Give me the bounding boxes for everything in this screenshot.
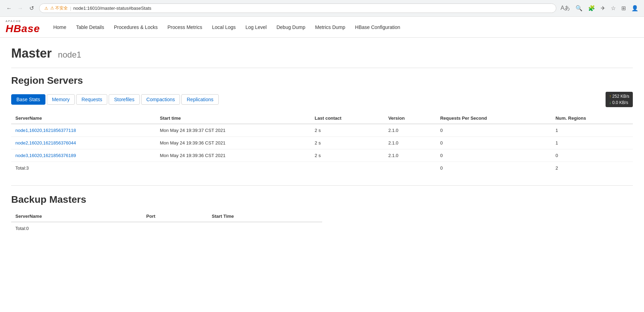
col-version: Version <box>384 113 436 124</box>
version-2: 2.1.0 <box>384 137 436 149</box>
split-view-button[interactable]: ⊞ <box>620 3 627 13</box>
last-contact-3: 2 s <box>311 149 384 162</box>
backup-masters-table-head: ServerName Port Start Time <box>11 211 322 222</box>
nav-local-logs[interactable]: Local Logs <box>207 17 241 38</box>
profile-button[interactable]: 👤 <box>630 3 640 13</box>
total-last-contact <box>311 162 384 174</box>
region-servers-table: ServerName Start time Last contact Versi… <box>11 113 633 174</box>
bookmark-button[interactable]: ✈ <box>599 3 607 13</box>
title-divider <box>11 68 633 68</box>
network-up: ↑ 252 KB/s <box>609 93 629 99</box>
regions-3: 0 <box>551 149 633 162</box>
last-contact-1: 2 s <box>311 124 384 137</box>
col-num-regions: Num. Regions <box>551 113 633 124</box>
nav-process-metrics[interactable]: Process Metrics <box>162 17 207 38</box>
total-start-time <box>155 162 310 174</box>
start-time-1: Mon May 24 19:39:37 CST 2021 <box>155 124 310 137</box>
nav-log-level[interactable]: Log Level <box>241 17 272 38</box>
col-requests-per-second: Requests Per Second <box>436 113 551 124</box>
region-servers-section: Region Servers Base Stats Memory Request… <box>11 75 633 174</box>
server-name-1: node1,16020,1621856377118 <box>11 124 155 137</box>
version-1: 2.1.0 <box>384 124 436 137</box>
reload-button[interactable]: ↺ <box>27 3 36 13</box>
tab-replications[interactable]: Replications <box>181 94 218 105</box>
nav-table-details[interactable]: Table Details <box>71 17 109 38</box>
region-server-tabs: Base Stats Memory Requests Storefiles Co… <box>11 94 219 105</box>
network-up-icon: ↑ <box>609 94 611 99</box>
network-down-value: 0.0 KB/s <box>612 100 628 105</box>
url-text: node1:16010/master-status#baseStats <box>73 6 151 11</box>
start-time-2: Mon May 24 19:39:36 CST 2021 <box>155 137 310 149</box>
network-up-value: 252 KB/s <box>612 94 629 99</box>
requests-3: 0 <box>436 149 551 162</box>
browser-actions: Aあ 🔍 🧩 ✈ ☆ ⊞ 👤 <box>559 3 640 13</box>
nav-links: Home Table Details Procedures & Locks Pr… <box>48 17 405 38</box>
nav-metrics-dump[interactable]: Metrics Dump <box>310 17 350 38</box>
backup-masters-table: ServerName Port Start Time Total:0 <box>11 211 322 235</box>
col-last-contact: Last contact <box>311 113 384 124</box>
search-button[interactable]: 🔍 <box>574 3 584 13</box>
region-servers-header-row: ServerName Start time Last contact Versi… <box>11 113 633 124</box>
server-link-2[interactable]: node2,16020,1621856376044 <box>15 140 76 146</box>
nav-buttons: ← → ↺ <box>4 3 36 13</box>
requests-1: 0 <box>436 124 551 137</box>
main-content: Master node1 Region Servers Base Stats M… <box>0 38 644 243</box>
nav-hbase-configuration[interactable]: HBase Configuration <box>350 17 405 38</box>
network-down-icon: ↓ <box>609 100 611 105</box>
region-servers-title: Region Servers <box>11 75 633 86</box>
version-3: 2.1.0 <box>384 149 436 162</box>
security-warning-icon: ⚠ <box>44 6 48 11</box>
total-requests: 0 <box>436 162 551 174</box>
region-servers-table-head: ServerName Start time Last contact Versi… <box>11 113 633 124</box>
last-contact-2: 2 s <box>311 137 384 149</box>
server-name-2: node2,16020,1621856376044 <box>11 137 155 149</box>
nav-procedures-locks[interactable]: Procedures & Locks <box>109 17 162 38</box>
translate-button[interactable]: Aあ <box>559 3 571 13</box>
regions-2: 1 <box>551 137 633 149</box>
region-servers-total-row: Total:3 0 2 <box>11 162 633 174</box>
section-divider <box>11 185 633 186</box>
backup-col-port: Port <box>142 211 208 222</box>
region-servers-table-body: node1,16020,1621856377118 Mon May 24 19:… <box>11 124 633 174</box>
tab-base-stats[interactable]: Base Stats <box>11 94 45 105</box>
backup-masters-header-row: ServerName Port Start Time <box>11 211 322 222</box>
start-time-3: Mon May 24 19:39:36 CST 2021 <box>155 149 310 162</box>
backup-col-start-time: Start Time <box>208 211 322 222</box>
address-bar[interactable]: ⚠ ⚠ 不安全 | node1:16010/master-status#base… <box>39 3 556 13</box>
server-link-3[interactable]: node3,16020,1621856376189 <box>15 153 76 158</box>
tab-storefiles[interactable]: Storefiles <box>109 94 139 105</box>
tabs-row: Base Stats Memory Requests Storefiles Co… <box>11 92 633 107</box>
browser-chrome: ← → ↺ ⚠ ⚠ 不安全 | node1:16010/master-statu… <box>0 0 644 17</box>
tab-requests[interactable]: Requests <box>76 94 107 105</box>
total-regions: 2 <box>551 162 633 174</box>
tab-compactions[interactable]: Compactions <box>141 94 180 105</box>
requests-2: 0 <box>436 137 551 149</box>
url-separator: | <box>70 6 71 11</box>
favorites-button[interactable]: ☆ <box>609 3 617 13</box>
forward-button[interactable]: → <box>15 3 25 13</box>
total-version <box>384 162 436 174</box>
backup-masters-table-body: Total:0 <box>11 222 322 235</box>
navbar: APACHE HBase Home Table Details Procedur… <box>0 17 644 38</box>
nav-debug-dump[interactable]: Debug Dump <box>272 17 310 38</box>
server-link-1[interactable]: node1,16020,1621856377118 <box>15 128 76 133</box>
table-row: node2,16020,1621856376044 Mon May 24 19:… <box>11 137 633 149</box>
back-button[interactable]: ← <box>4 3 14 13</box>
table-row: node3,16020,1621856376189 Mon May 24 19:… <box>11 149 633 162</box>
nav-home[interactable]: Home <box>48 17 71 38</box>
table-row: node1,16020,1621856377118 Mon May 24 19:… <box>11 124 633 137</box>
logo-hbase: HBase <box>6 23 40 34</box>
network-badge: ↑ 252 KB/s ↓ 0.0 KB/s <box>606 92 633 107</box>
col-server-name: ServerName <box>11 113 155 124</box>
backup-masters-section: Backup Masters ServerName Port Start Tim… <box>11 194 633 235</box>
page-title: Master node1 <box>11 46 633 61</box>
backup-total-label: Total:0 <box>11 222 142 235</box>
page-title-master: Master <box>11 46 52 60</box>
extensions-button[interactable]: 🧩 <box>587 3 596 13</box>
col-start-time: Start time <box>155 113 310 124</box>
tab-memory[interactable]: Memory <box>47 94 75 105</box>
backup-masters-total-row: Total:0 <box>11 222 322 235</box>
logo: APACHE HBase <box>6 20 41 35</box>
network-down: ↓ 0.0 KB/s <box>609 99 629 106</box>
backup-col-server-name: ServerName <box>11 211 142 222</box>
